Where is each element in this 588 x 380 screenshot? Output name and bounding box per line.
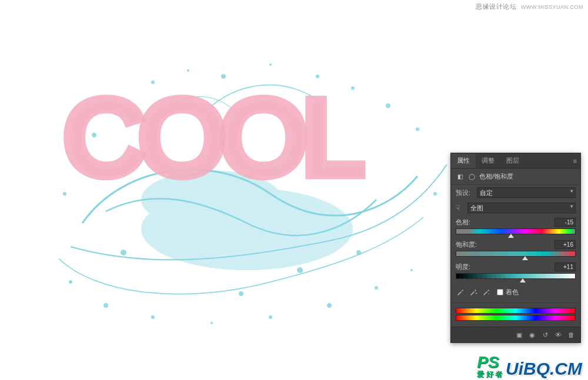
view-previous-icon[interactable]: ◉ <box>526 329 538 340</box>
svg-point-5 <box>269 63 272 66</box>
clip-to-layer-icon[interactable]: ▣ <box>513 329 525 340</box>
eyedropper-subtract-icon[interactable]: - <box>482 287 491 297</box>
lightness-track[interactable] <box>456 273 576 279</box>
svg-text:-: - <box>488 291 490 295</box>
adjustment-header: ◧ ◯ 色相/饱和度 <box>451 169 580 185</box>
delete-icon[interactable]: 🗑 <box>565 329 577 340</box>
hue-label: 色相: <box>456 218 470 227</box>
hue-range-bar-bottom[interactable] <box>456 315 576 321</box>
channel-select[interactable]: 全图 <box>467 203 576 213</box>
lightness-slider-row: 明度: <box>451 260 580 283</box>
svg-point-21 <box>297 267 303 273</box>
svg-point-3 <box>187 69 189 72</box>
artwork-text: COOL <box>64 76 359 198</box>
svg-point-15 <box>327 303 332 308</box>
svg-point-23 <box>356 250 361 255</box>
adjustment-title: 色相/饱和度 <box>479 172 513 181</box>
preset-select[interactable]: 自定 <box>477 187 576 198</box>
tab-properties[interactable]: 属性 <box>451 153 476 168</box>
hue-slider-row: 色相: <box>451 216 580 238</box>
hue-range-bar-top[interactable] <box>456 308 576 314</box>
lightness-value[interactable] <box>554 263 576 271</box>
svg-point-8 <box>386 103 390 108</box>
svg-point-19 <box>433 192 437 196</box>
lightness-thumb[interactable] <box>520 278 526 283</box>
colorize-checkbox[interactable]: 着色 <box>497 288 519 297</box>
hue-thumb[interactable] <box>508 234 514 238</box>
ps-watermark-sub: 爱 好 者 <box>477 371 502 378</box>
colorize-input[interactable] <box>497 289 503 295</box>
svg-point-10 <box>69 280 72 284</box>
svg-point-12 <box>151 315 155 319</box>
hue-track[interactable] <box>456 228 576 234</box>
uibo-watermark: UiBQ.CM <box>506 360 582 378</box>
saturation-slider-row: 饱和度: <box>451 238 580 260</box>
eyedropper-icon[interactable] <box>456 287 465 297</box>
target-adjust-icon[interactable]: ☟ <box>456 204 464 212</box>
svg-point-17 <box>410 269 413 271</box>
colorize-label: 着色 <box>506 288 519 297</box>
panel-footer: ▣ ◉ ↺ 👁 🗑 <box>451 327 580 342</box>
svg-point-16 <box>375 286 378 290</box>
properties-panel: 属性 调整 图层 ≡ ◧ ◯ 色相/饱和度 预设: 自定 ☟ 全图 色相: <box>450 153 581 343</box>
svg-point-11 <box>103 303 108 308</box>
saturation-label: 饱和度: <box>456 240 477 249</box>
svg-point-22 <box>239 291 243 296</box>
panel-menu-icon[interactable]: ≡ <box>570 155 580 167</box>
saturation-value[interactable] <box>554 240 576 249</box>
mask-icon: ◯ <box>467 173 476 181</box>
ps-watermark-main: PS <box>477 353 499 371</box>
hue-range-bars <box>451 303 580 327</box>
svg-point-14 <box>269 315 272 319</box>
svg-text:+: + <box>475 291 477 295</box>
lightness-label: 明度: <box>456 263 470 271</box>
svg-point-9 <box>416 127 419 131</box>
adjustment-type-icon: ◧ <box>456 173 464 181</box>
toggle-visibility-icon[interactable]: 👁 <box>552 329 564 340</box>
saturation-thumb[interactable] <box>522 256 528 260</box>
bottom-watermarks: PS 爱 好 者 UiBQ.CM <box>477 354 582 378</box>
svg-point-20 <box>121 250 126 255</box>
ps-watermark: PS 爱 好 者 <box>477 354 502 378</box>
reset-icon[interactable]: ↺ <box>539 329 551 340</box>
saturation-track[interactable] <box>456 251 576 257</box>
hue-value[interactable] <box>554 218 576 227</box>
eyedropper-add-icon[interactable]: + <box>469 287 478 297</box>
svg-point-13 <box>211 322 213 324</box>
panel-tabs: 属性 调整 图层 ≡ <box>451 153 580 169</box>
tab-adjustments[interactable]: 调整 <box>476 153 500 168</box>
preset-label: 预设: <box>456 189 473 197</box>
eyedropper-row: + - 着色 <box>451 283 580 303</box>
channel-row: ☟ 全图 <box>451 200 580 216</box>
tab-layers[interactable]: 图层 <box>500 153 525 168</box>
preset-row: 预设: 自定 <box>451 185 580 200</box>
